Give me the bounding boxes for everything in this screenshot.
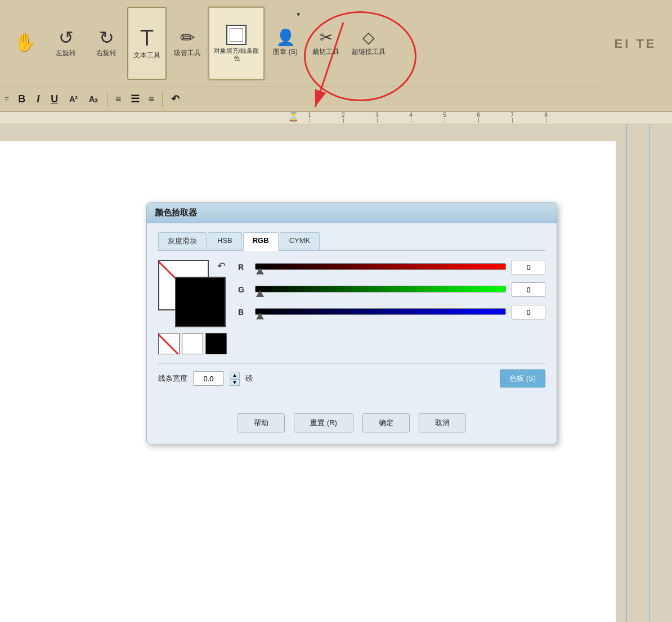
r-label: R bbox=[238, 263, 249, 272]
align-left-button[interactable]: ≡ bbox=[112, 92, 125, 107]
crop-icon: ✂ bbox=[320, 30, 333, 46]
blue-line-1 bbox=[626, 124, 627, 622]
color-picker-dialog: 颜色拾取器 灰度滑块 HSB RGB CYMK ↶ bbox=[146, 202, 557, 444]
unit-label: 磅 bbox=[245, 373, 253, 384]
subscript-button[interactable]: A₂ bbox=[84, 93, 102, 105]
tab-rgb[interactable]: RGB bbox=[243, 232, 279, 251]
stamp-tool[interactable]: 👤 图章 (S) ▼ bbox=[266, 7, 305, 80]
g-input[interactable] bbox=[512, 282, 545, 297]
tab-cymk[interactable]: CYMK bbox=[280, 232, 320, 250]
b-slider-track[interactable] bbox=[255, 307, 506, 317]
eyedrop-tool[interactable]: ✏ 吸管工具 bbox=[168, 7, 207, 80]
italic-button[interactable]: I bbox=[32, 92, 44, 107]
r-slider-row: R bbox=[238, 260, 545, 274]
ei-te-label: EI TE bbox=[599, 0, 672, 87]
text-tool[interactable]: T 文本工具 bbox=[127, 7, 167, 80]
sliders-area: R G B bbox=[238, 260, 545, 327]
fill-stroke-tool[interactable]: 对象填充/线条颜色 bbox=[208, 7, 265, 80]
reset-button[interactable]: 重置 (R) bbox=[294, 413, 353, 432]
hyperlink-tool[interactable]: ◇ 超链接工具 bbox=[347, 7, 391, 80]
color-board-button[interactable]: 色板 (S) bbox=[500, 369, 545, 387]
cancel-button[interactable]: 取消 bbox=[419, 413, 466, 432]
dialog-body: 灰度滑块 HSB RGB CYMK ↶ bbox=[147, 223, 557, 402]
main-toolbar: ✋ ↺ 左旋转 ↻ 右旋转 T 文本工具 ✏ 吸管工具 对象填充/线条颜色 👤 … bbox=[0, 0, 672, 87]
spinner-down-button[interactable]: ▼ bbox=[230, 379, 240, 386]
fill-swatch[interactable] bbox=[175, 277, 226, 327]
spinner-up-button[interactable]: ▲ bbox=[230, 372, 240, 378]
tab-grayscale[interactable]: 灰度滑块 bbox=[158, 232, 207, 250]
separator-1 bbox=[107, 91, 107, 107]
hyperlink-icon: ◇ bbox=[362, 30, 375, 46]
superscript-button[interactable]: A² bbox=[65, 93, 82, 105]
g-thumb[interactable] bbox=[256, 290, 264, 297]
r-gradient bbox=[255, 263, 506, 270]
tab-hsb[interactable]: HSB bbox=[208, 232, 242, 250]
eyedrop-icon: ✏ bbox=[180, 29, 195, 47]
ruler-marks: 1 2 3 4 5 6 7 8 bbox=[293, 112, 563, 123]
line-width-label: 线条宽度 bbox=[158, 373, 187, 384]
b-slider-row: B bbox=[238, 305, 545, 319]
hand-icon: ✋ bbox=[14, 33, 37, 51]
help-button[interactable]: 帮助 bbox=[238, 413, 285, 432]
undo-button[interactable]: ↶ bbox=[167, 91, 183, 107]
r-slider-track[interactable] bbox=[255, 262, 506, 272]
ok-button[interactable]: 确定 bbox=[362, 413, 410, 432]
align-right-button[interactable]: ≡ bbox=[145, 92, 158, 107]
align-center-button[interactable]: ☰ bbox=[127, 91, 143, 107]
r-input[interactable] bbox=[512, 260, 545, 274]
spinner: ▲ ▼ bbox=[230, 372, 240, 386]
text-icon: T bbox=[140, 26, 154, 49]
swatch-none[interactable] bbox=[158, 333, 180, 354]
color-preview-area: ↶ R bbox=[158, 260, 545, 354]
r-thumb[interactable] bbox=[256, 268, 264, 274]
tab-bar: 灰度滑块 HSB RGB CYMK bbox=[158, 232, 545, 251]
dialog-title: 颜色拾取器 bbox=[155, 208, 197, 217]
b-gradient bbox=[255, 308, 506, 315]
dialog-footer: 帮助 重置 (R) 确定 取消 bbox=[147, 413, 557, 432]
ruler: ⏳ 1 2 3 4 5 6 7 8 bbox=[0, 112, 672, 124]
rotate-right-tool[interactable]: ↻ 右旋转 bbox=[87, 7, 126, 80]
g-slider-track[interactable] bbox=[255, 285, 506, 295]
separator-2 bbox=[162, 91, 163, 107]
rotate-left-tool[interactable]: ↺ 左旋转 bbox=[46, 7, 86, 80]
crop-tool[interactable]: ✂ 裁切工具 bbox=[306, 7, 346, 80]
color-swatches: ↶ bbox=[158, 260, 227, 354]
rotate-left-icon: ↺ bbox=[59, 29, 74, 47]
format-toolbar: = B I U A² A₂ ≡ ☰ ≡ ↶ bbox=[0, 87, 672, 112]
b-input[interactable] bbox=[512, 305, 545, 319]
g-gradient bbox=[255, 286, 506, 292]
line-width-input[interactable] bbox=[193, 371, 224, 386]
b-label: B bbox=[238, 308, 249, 317]
b-thumb[interactable] bbox=[256, 313, 264, 319]
swatch-big: ↶ bbox=[158, 260, 226, 327]
rotate-right-icon: ↻ bbox=[99, 29, 114, 47]
g-slider-row: G bbox=[238, 282, 545, 297]
dialog-titlebar: 颜色拾取器 bbox=[147, 203, 557, 223]
hand-tool[interactable]: ✋ bbox=[6, 7, 45, 80]
underline-button[interactable]: U bbox=[46, 92, 62, 107]
line-width-row: 线条宽度 ▲ ▼ 磅 色板 (S) bbox=[158, 363, 545, 393]
swatch-white[interactable] bbox=[182, 333, 203, 354]
blue-line-2 bbox=[649, 124, 649, 622]
swap-icon[interactable]: ↶ bbox=[217, 260, 226, 272]
bold-button[interactable]: B bbox=[14, 92, 30, 107]
format-indicator: = bbox=[5, 94, 9, 103]
swatch-black[interactable] bbox=[205, 333, 227, 354]
swatch-small-row bbox=[158, 333, 227, 354]
g-label: G bbox=[238, 285, 249, 294]
stamp-icon: 👤 bbox=[276, 30, 295, 46]
